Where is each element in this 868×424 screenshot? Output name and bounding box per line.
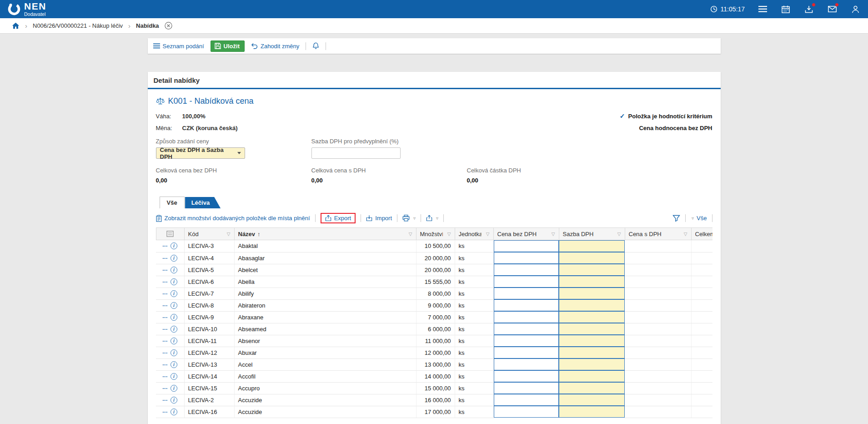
discard-changes-button[interactable]: Zahodit změny: [251, 43, 299, 50]
sazba-dph-input[interactable]: [559, 288, 625, 299]
vat-prefill-input[interactable]: [311, 147, 401, 159]
cena-bez-dph-input[interactable]: [494, 299, 559, 311]
row-menu-icon[interactable]: •••: [163, 351, 168, 355]
info-icon[interactable]: i: [171, 361, 177, 368]
filter-icon[interactable]: ▽: [617, 232, 621, 237]
cena-bez-dph-input[interactable]: [494, 240, 559, 252]
row-menu-icon[interactable]: •••: [163, 292, 168, 296]
info-icon[interactable]: i: [171, 409, 177, 415]
row-menu-icon[interactable]: •••: [163, 363, 168, 367]
header-sazba-dph[interactable]: Sazba DPH▽: [559, 228, 625, 240]
filter-icon[interactable]: ▽: [552, 232, 555, 237]
sazba-dph-input[interactable]: [559, 335, 625, 347]
cena-bez-dph-input[interactable]: [494, 370, 559, 382]
sazba-dph-input[interactable]: [559, 406, 625, 418]
info-icon[interactable]: i: [171, 290, 177, 297]
sazba-dph-input[interactable]: [559, 358, 625, 370]
filter-icon[interactable]: ▽: [447, 232, 451, 237]
cena-bez-dph-input[interactable]: [494, 347, 559, 358]
cena-bez-dph-input[interactable]: [494, 382, 559, 394]
cena-bez-dph-input[interactable]: [494, 406, 559, 418]
show-quantities-button[interactable]: Zobrazit množství dodávaných položek dle…: [156, 215, 310, 222]
filter-icon[interactable]: [672, 215, 680, 222]
info-icon[interactable]: i: [171, 255, 177, 262]
cena-bez-dph-input[interactable]: [494, 264, 559, 276]
cena-bez-dph-input[interactable]: [494, 288, 559, 299]
filter-icon[interactable]: ▽: [486, 232, 490, 237]
print-button[interactable]: ▿: [402, 215, 416, 222]
column-settings-header[interactable]: [156, 228, 184, 240]
row-menu-icon[interactable]: •••: [163, 268, 168, 272]
close-tab-icon[interactable]: [165, 22, 172, 30]
seznam-podani-button[interactable]: Seznam podání: [153, 43, 204, 50]
cena-bez-dph-input[interactable]: [494, 335, 559, 347]
menu-icon[interactable]: [757, 4, 768, 15]
header-mnozstvi[interactable]: Množství▽: [416, 228, 455, 240]
row-menu-icon[interactable]: •••: [163, 315, 168, 319]
info-icon[interactable]: i: [171, 267, 177, 273]
info-icon[interactable]: i: [171, 242, 177, 249]
share-button[interactable]: ▿: [426, 215, 438, 222]
import-button[interactable]: Import: [366, 215, 392, 222]
header-nazev[interactable]: Název↑▽: [234, 228, 416, 240]
header-jednotka[interactable]: Jednotka▽: [455, 228, 493, 240]
print-options-caret-icon[interactable]: ▿: [413, 216, 416, 221]
tab-vse[interactable]: Vše: [160, 197, 185, 208]
row-menu-icon[interactable]: •••: [163, 386, 168, 390]
info-icon[interactable]: i: [171, 302, 177, 309]
header-celkem[interactable]: Celkem: [691, 228, 712, 240]
row-menu-icon[interactable]: •••: [163, 280, 168, 284]
view-select[interactable]: ▿ Vše: [691, 215, 707, 222]
row-menu-icon[interactable]: •••: [163, 339, 168, 343]
row-menu-icon[interactable]: •••: [163, 303, 168, 308]
filter-icon[interactable]: ▽: [227, 232, 231, 237]
info-icon[interactable]: i: [171, 397, 177, 404]
cena-bez-dph-input[interactable]: [494, 311, 559, 323]
info-icon[interactable]: i: [171, 385, 177, 392]
info-icon[interactable]: i: [171, 338, 177, 344]
row-menu-icon[interactable]: •••: [163, 327, 168, 331]
export-button[interactable]: Export: [321, 213, 356, 223]
tab-leciva[interactable]: Léčiva: [185, 197, 221, 208]
filter-icon[interactable]: ▽: [409, 232, 412, 237]
info-icon[interactable]: i: [171, 373, 177, 380]
sazba-dph-input[interactable]: [559, 276, 625, 288]
header-cena-bez-dph[interactable]: Cena bez DPH▽: [493, 228, 559, 240]
nen-logo[interactable]: NEN Dodavatel: [7, 1, 46, 17]
info-icon[interactable]: i: [171, 349, 177, 356]
cena-bez-dph-input[interactable]: [494, 276, 559, 288]
sazba-dph-input[interactable]: [559, 264, 625, 276]
user-icon[interactable]: [850, 4, 861, 15]
sazba-dph-input[interactable]: [559, 311, 625, 323]
info-icon[interactable]: i: [171, 278, 177, 285]
notifications-bell-icon[interactable]: [312, 42, 319, 50]
sazba-dph-input[interactable]: [559, 370, 625, 382]
calendar-icon[interactable]: [780, 4, 791, 15]
row-menu-icon[interactable]: •••: [163, 410, 168, 414]
cena-bez-dph-input[interactable]: [494, 323, 559, 335]
sazba-dph-input[interactable]: [559, 240, 625, 252]
share-options-caret-icon[interactable]: ▿: [436, 216, 438, 221]
cena-bez-dph-input[interactable]: [494, 252, 559, 264]
row-menu-icon[interactable]: •••: [163, 256, 168, 260]
messages-icon[interactable]: [827, 4, 838, 15]
sazba-dph-input[interactable]: [559, 252, 625, 264]
filter-icon[interactable]: ▽: [684, 232, 687, 237]
sazba-dph-input[interactable]: [559, 382, 625, 394]
cena-bez-dph-input[interactable]: [494, 394, 559, 406]
row-menu-icon[interactable]: •••: [163, 374, 168, 379]
home-icon[interactable]: [12, 22, 20, 29]
save-button[interactable]: Uložit: [211, 40, 245, 52]
sazba-dph-input[interactable]: [559, 299, 625, 311]
sazba-dph-input[interactable]: [559, 323, 625, 335]
sazba-dph-input[interactable]: [559, 347, 625, 358]
sazba-dph-input[interactable]: [559, 394, 625, 406]
info-icon[interactable]: i: [171, 326, 177, 333]
downloads-icon[interactable]: [803, 4, 814, 15]
row-menu-icon[interactable]: •••: [163, 398, 168, 402]
breadcrumb-item-procurement[interactable]: N006/26/V00000221 - Nákup léčiv: [33, 22, 123, 29]
info-icon[interactable]: i: [171, 314, 177, 321]
row-menu-icon[interactable]: •••: [163, 244, 168, 248]
header-cena-s-dph[interactable]: Cena s DPH▽: [625, 228, 691, 240]
header-kod[interactable]: Kód▽: [184, 228, 234, 240]
